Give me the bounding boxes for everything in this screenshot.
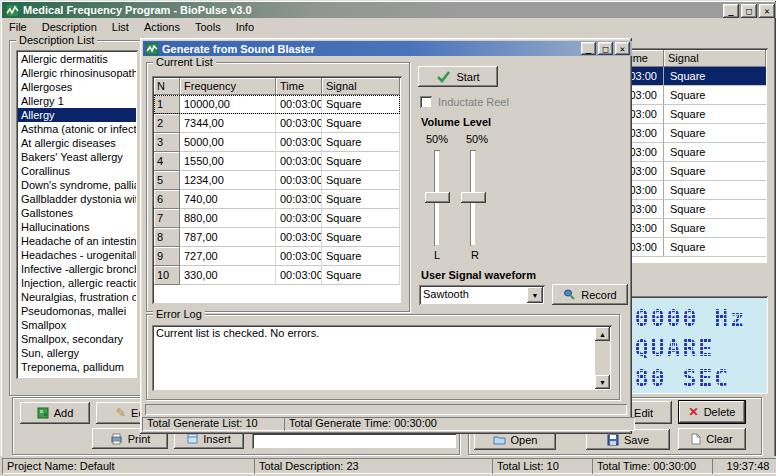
table-row[interactable]: 27344,0000:03:00Square [154, 114, 400, 133]
list-item[interactable]: Allergy 1 [18, 94, 136, 108]
column-header-frequency[interactable]: Frequency [180, 78, 276, 95]
list-item[interactable]: Hallucinations [18, 220, 136, 234]
list-item[interactable]: Asthma (atonic or infective- [18, 122, 136, 136]
list-item[interactable]: Allergy [18, 108, 136, 122]
generate-dialog: Generate from Sound Blaster _ □ ✕ Curren… [140, 38, 632, 434]
table-row[interactable]: 51234,0000:03:00Square [154, 171, 400, 190]
dialog-maximize-button[interactable]: □ [598, 42, 613, 55]
current-list-title: Current List [153, 56, 216, 68]
dialog-title: Generate from Sound Blaster [162, 43, 315, 55]
list-item[interactable]: Corallinus [18, 164, 136, 178]
dialog-status-time: Total Generate Time: 00:30:00 [284, 417, 635, 431]
list-edit-field[interactable] [252, 433, 457, 449]
list-item[interactable]: Headaches - urogenitally ca [18, 248, 136, 262]
printer-icon [110, 433, 123, 445]
list-item[interactable]: Allergoses [18, 80, 136, 94]
menu-file[interactable]: File [2, 18, 35, 33]
list-item[interactable]: Gallstones [18, 206, 136, 220]
column-header-signal[interactable]: Signal [322, 78, 400, 95]
table-row[interactable]: 6740,0000:03:00Square [154, 190, 400, 209]
list-item[interactable]: Gallbladder dystonia with os [18, 192, 136, 206]
list-item[interactable]: Smallpox [18, 318, 136, 332]
error-log-title: Error Log [153, 308, 205, 320]
open-folder-icon [493, 434, 506, 445]
title-bar[interactable]: Medical Frequency Program - BioPulse v3.… [2, 2, 776, 18]
minimize-button[interactable]: _ [723, 4, 739, 18]
clear-button[interactable]: Clear [678, 428, 746, 450]
list-item[interactable]: Bakers' Yeast allergy [18, 150, 136, 164]
volume-left-slider[interactable] [425, 192, 450, 203]
description-list[interactable]: Allergic dermatitisAllergic rhinosinusop… [16, 50, 138, 379]
column-header-signal[interactable]: Signal [664, 50, 766, 67]
current-list-body: 110000,0000:03:00Square27344,0000:03:00S… [154, 95, 400, 285]
inductate-reel-row: Inductate Reel [420, 96, 509, 108]
menu-description[interactable]: Description [35, 18, 105, 33]
scroll-down-icon[interactable]: ▼ [595, 375, 610, 389]
list-item[interactable]: Infective -allergic bronchial [18, 262, 136, 276]
table-row[interactable]: 41550,0000:03:00Square [154, 152, 400, 171]
pencil-icon: ✎ [116, 406, 126, 420]
list-item[interactable]: Headache of an intestinal g [18, 234, 136, 248]
list-item[interactable]: Sun, allergy [18, 346, 136, 360]
list-item[interactable]: Neuralgias, frustration of dre [18, 290, 136, 304]
list-item[interactable]: Allergic dermatitis [18, 52, 136, 66]
description-list-title: Description List [16, 34, 97, 46]
volume-level-label: Volume Level [421, 116, 491, 128]
close-button[interactable]: ✕ [759, 4, 775, 18]
insert-icon [187, 433, 198, 444]
waveform-select[interactable]: Sawtooth ▼ [419, 285, 545, 305]
lcd-line: 180 SEC [619, 363, 746, 393]
dialog-minimize-button[interactable]: _ [581, 42, 596, 55]
window-title: Medical Frequency Program - BioPulse v3.… [23, 4, 252, 16]
waveform-label: User Signal waveform [421, 269, 536, 281]
save-disk-icon [607, 434, 619, 446]
lcd-line: SQUARE [619, 333, 746, 363]
list-item[interactable]: Smallpox, secondary [18, 332, 136, 346]
status-total-time: Total Time: 00:30:00 [592, 458, 715, 474]
record-button[interactable]: Record [552, 284, 628, 305]
list-item[interactable]: At allergic diseases [18, 136, 136, 150]
list-item[interactable]: Treponema, pallidum [18, 360, 136, 374]
error-log-textarea[interactable]: Current list is checked. No errors. ▲ ▼ [152, 325, 612, 391]
table-row[interactable]: 35000,0000:03:00Square [154, 133, 400, 152]
waveform-value: Sawtooth [423, 288, 469, 300]
column-header-time[interactable]: Time [276, 78, 322, 95]
table-row[interactable]: 7880,0000:03:00Square [154, 209, 400, 228]
left-channel-label: L [434, 249, 440, 261]
delete-button[interactable]: ✕ Delete [678, 400, 746, 424]
add-button[interactable]: Add [20, 402, 90, 424]
lcd-text: 10000 HzSQUARE180 SEC [619, 303, 746, 393]
status-project: Project Name: Default [2, 458, 257, 474]
status-total-list: Total List: 10 [492, 458, 595, 474]
status-total-description: Total Description: 23 [254, 458, 495, 474]
column-header-n[interactable]: N [154, 78, 180, 95]
dialog-title-bar[interactable]: Generate from Sound Blaster _ □ ✕ [143, 41, 632, 56]
menu-info[interactable]: Info [229, 18, 262, 33]
volume-left-value: 50% [426, 133, 448, 145]
list-item[interactable]: Down's syndrome, palliative [18, 178, 136, 192]
menu-actions[interactable]: Actions [137, 18, 188, 33]
current-list-table[interactable]: N Frequency Time Signal 110000,0000:03:0… [152, 76, 402, 304]
start-check-icon [436, 70, 451, 83]
table-row[interactable]: 9727,0000:03:00Square [154, 247, 400, 266]
table-row[interactable]: 8787,0000:03:00Square [154, 228, 400, 247]
table-row[interactable]: 110000,0000:03:00Square [154, 95, 400, 114]
dialog-close-button[interactable]: ✕ [615, 42, 630, 55]
list-item[interactable]: Injection, allergic reaction [18, 276, 136, 290]
inductate-reel-label: Inductate Reel [438, 96, 509, 108]
scroll-up-icon[interactable]: ▲ [595, 327, 610, 341]
inductate-reel-checkbox[interactable] [420, 96, 432, 108]
menu-tools[interactable]: Tools [188, 18, 229, 33]
chevron-down-icon[interactable]: ▼ [527, 287, 543, 303]
error-log-scrollbar[interactable]: ▲ ▼ [595, 327, 610, 389]
start-button[interactable]: Start [418, 66, 498, 87]
menu-list[interactable]: List [105, 18, 137, 33]
list-item[interactable]: Pseudomonas, mallei [18, 304, 136, 318]
status-clock: 19:37:48 [712, 458, 776, 474]
maximize-button[interactable]: □ [741, 4, 757, 18]
dialog-status-list: Total Generate List: 10 [142, 417, 287, 431]
list-item[interactable]: Allergic rhinosinusopathy [18, 66, 136, 80]
table-row[interactable]: 10330,0000:03:00Square [154, 266, 400, 285]
record-mic-icon [563, 288, 576, 301]
volume-right-slider[interactable] [461, 192, 486, 203]
